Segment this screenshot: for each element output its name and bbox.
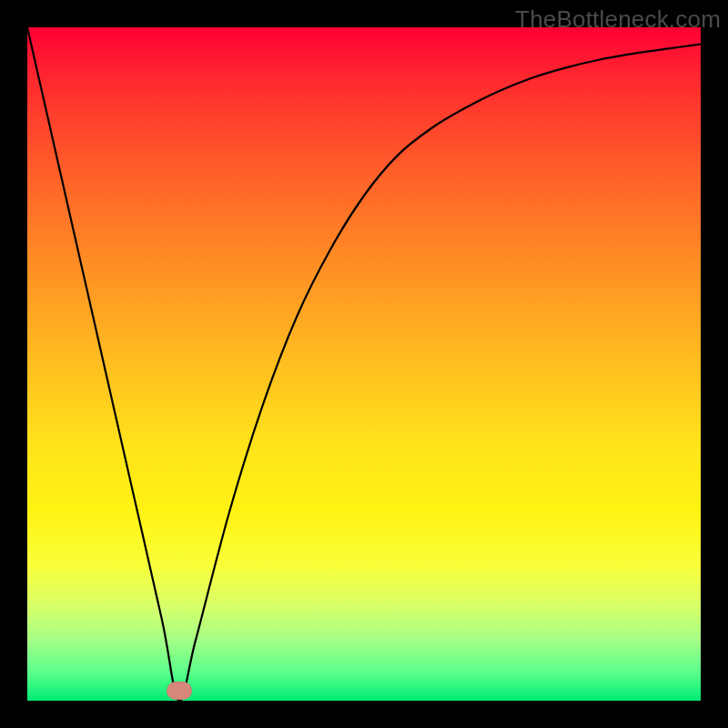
chart-frame: TheBottleneck.com — [0, 0, 728, 728]
watermark-text: TheBottleneck.com — [515, 5, 721, 34]
optimum-marker — [167, 682, 192, 700]
plot-area — [27, 27, 701, 701]
bottleneck-curve — [27, 27, 701, 701]
